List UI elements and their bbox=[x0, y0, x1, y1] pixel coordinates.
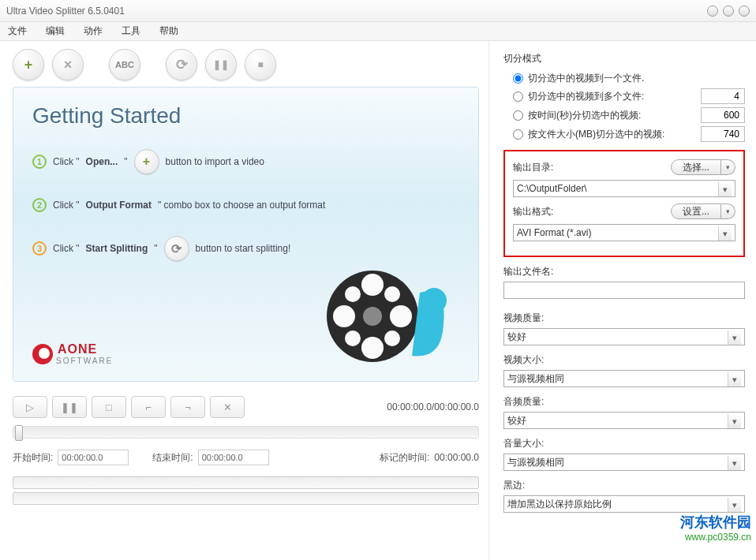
radio-by-size[interactable] bbox=[513, 129, 523, 140]
end-time-label: 结束时间: bbox=[152, 451, 193, 465]
slider-thumb-icon[interactable] bbox=[15, 425, 23, 441]
pause-button[interactable]: ❚❚ bbox=[205, 49, 237, 80]
maximize-icon[interactable] bbox=[723, 6, 734, 17]
refresh-mini-icon: ⟳ bbox=[164, 236, 189, 261]
radio-by-time[interactable] bbox=[513, 110, 523, 121]
stop-small-icon: □ bbox=[106, 401, 112, 413]
abc-icon: ABC bbox=[115, 60, 134, 69]
end-time-input[interactable] bbox=[198, 450, 269, 465]
play-button[interactable]: ▷ bbox=[13, 396, 47, 418]
step-number-icon: 1 bbox=[32, 155, 47, 169]
minimize-icon[interactable] bbox=[707, 6, 718, 17]
step-2: 2 Click "Output Format" combo box to cho… bbox=[32, 198, 459, 212]
aone-logo: AONE SOFTWARE bbox=[32, 342, 113, 365]
output-name-input[interactable] bbox=[503, 282, 745, 299]
panel-heading: Getting Started bbox=[32, 103, 459, 129]
video-quality-combo[interactable]: 较好 bbox=[503, 328, 745, 345]
menu-file[interactable]: 文件 bbox=[8, 24, 27, 38]
svg-point-5 bbox=[390, 305, 412, 327]
size-mb[interactable] bbox=[701, 126, 745, 142]
audio-quality-combo[interactable]: 较好 bbox=[503, 412, 745, 429]
menu-tools[interactable]: 工具 bbox=[122, 24, 140, 38]
menu-edit[interactable]: 编辑 bbox=[46, 24, 65, 38]
output-name-label: 输出文件名: bbox=[503, 265, 745, 278]
plus-icon: + bbox=[24, 57, 33, 73]
remove-button[interactable]: × bbox=[52, 49, 84, 80]
volume-combo[interactable]: 与源视频相同 bbox=[503, 454, 745, 471]
main-toolbar: + × ABC ⟳ ❚❚ ■ bbox=[13, 49, 479, 80]
stop-icon: ■ bbox=[257, 59, 263, 70]
open-plus-icon: + bbox=[134, 149, 159, 174]
step-number-icon: 2 bbox=[32, 198, 47, 212]
svg-point-9 bbox=[384, 330, 400, 346]
step-1: 1 Click "Open..." + button to import a v… bbox=[32, 149, 459, 174]
x-icon: × bbox=[64, 57, 73, 73]
radio-multi-file[interactable] bbox=[513, 91, 523, 102]
svg-point-6 bbox=[345, 286, 361, 302]
window-title: Ultra Video Splitter 6.5.0401 bbox=[6, 6, 702, 17]
mark-out-icon: ¬ bbox=[185, 401, 191, 413]
video-quality-label: 视频质量: bbox=[503, 312, 745, 325]
film-reel-icon bbox=[325, 253, 459, 371]
format-settings-button[interactable]: 设置... bbox=[671, 203, 721, 219]
svg-point-10 bbox=[421, 288, 447, 313]
svg-point-4 bbox=[333, 305, 355, 327]
radio-one-file[interactable] bbox=[513, 73, 523, 84]
mark-out-button[interactable]: ¬ bbox=[170, 396, 205, 418]
time-display: 00:00:00.0/00:00:00.0 bbox=[387, 401, 479, 413]
start-time-label: 开始时间: bbox=[13, 451, 53, 465]
choose-dir-button[interactable]: 选择... bbox=[671, 159, 721, 175]
progress-bar-2 bbox=[13, 492, 479, 505]
volume-label: 音量大小: bbox=[503, 437, 745, 450]
svg-point-7 bbox=[384, 286, 400, 302]
abc-button[interactable]: ABC bbox=[109, 49, 140, 80]
choose-dir-dropdown[interactable]: ▾ bbox=[721, 159, 735, 175]
mark-in-icon: ⌐ bbox=[145, 401, 152, 413]
pause-small-button[interactable]: ❚❚ bbox=[52, 396, 87, 418]
menu-bar: 文件 编辑 动作 工具 帮助 bbox=[0, 22, 756, 41]
mark-time-value: 00:00:00.0 bbox=[434, 452, 479, 463]
pause-small-icon: ❚❚ bbox=[61, 401, 78, 413]
pause-icon: ❚❚ bbox=[213, 59, 229, 70]
clear-button[interactable]: ✕ bbox=[210, 396, 245, 418]
video-size-label: 视频大小: bbox=[503, 353, 745, 367]
start-time-input[interactable] bbox=[58, 450, 129, 465]
title-bar: Ultra Video Splitter 6.5.0401 bbox=[0, 0, 756, 22]
svg-point-3 bbox=[361, 337, 384, 359]
audio-quality-label: 音频质量: bbox=[503, 395, 745, 409]
output-dir-label: 输出目录: bbox=[513, 161, 553, 174]
multi-file-count[interactable] bbox=[701, 88, 745, 104]
progress-bar-1 bbox=[13, 476, 479, 489]
playback-bar: ▷ ❚❚ □ ⌐ ¬ ✕ 00:00:00.0/00:00:00.0 开始时间:… bbox=[13, 396, 479, 505]
clear-icon: ✕ bbox=[223, 401, 232, 413]
add-button[interactable]: + bbox=[13, 49, 44, 80]
output-dir-combo[interactable]: C:\OutputFolder\ bbox=[513, 180, 735, 197]
output-highlight-box: 输出目录: 选择... ▾ C:\OutputFolder\ 输出格式: 设置.… bbox=[503, 150, 745, 257]
step-number-icon: 3 bbox=[32, 241, 47, 256]
refresh-icon: ⟳ bbox=[176, 56, 188, 73]
format-settings-dropdown[interactable]: ▾ bbox=[721, 203, 735, 219]
blackbar-combo[interactable]: 增加黑边以保持原始比例 bbox=[503, 495, 745, 513]
output-format-label: 输出格式: bbox=[513, 205, 553, 218]
menu-action[interactable]: 动作 bbox=[84, 24, 103, 38]
stop-button[interactable]: ■ bbox=[245, 49, 276, 80]
seek-slider[interactable] bbox=[13, 426, 479, 439]
split-mode-label: 切分模式 bbox=[503, 52, 745, 65]
svg-point-8 bbox=[345, 330, 361, 346]
getting-started-panel: Getting Started 1 Click "Open..." + butt… bbox=[13, 87, 479, 382]
video-size-combo[interactable]: 与源视频相同 bbox=[503, 370, 745, 387]
blackbar-label: 黑边: bbox=[503, 479, 745, 492]
watermark: 河东软件园 www.pc0359.cn bbox=[680, 513, 751, 543]
svg-point-2 bbox=[361, 274, 384, 296]
stop-small-button[interactable]: □ bbox=[92, 396, 126, 418]
svg-point-1 bbox=[363, 307, 382, 326]
aone-logo-icon bbox=[32, 344, 53, 364]
menu-help[interactable]: 帮助 bbox=[159, 24, 178, 38]
refresh-button[interactable]: ⟳ bbox=[166, 49, 197, 80]
mark-in-button[interactable]: ⌐ bbox=[131, 396, 166, 418]
mark-time-label: 标记的时间: bbox=[380, 451, 429, 465]
output-format-combo[interactable]: AVI Format (*.avi) bbox=[513, 224, 735, 241]
time-seconds[interactable] bbox=[701, 107, 745, 123]
play-icon: ▷ bbox=[26, 401, 34, 413]
close-icon[interactable] bbox=[739, 6, 750, 17]
